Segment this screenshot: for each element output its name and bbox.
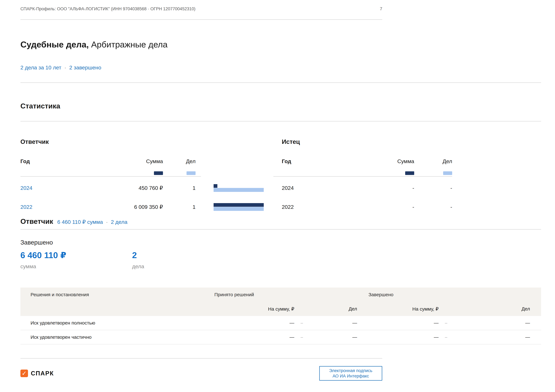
defendant-year-link[interactable]: 2022	[20, 204, 32, 210]
spark-logo-text: СПАРК	[31, 370, 54, 377]
report-page: СПАРК-Профиль: ООО "АЛЬФА-ЛОГИСТИК" (ИНН…	[0, 0, 555, 392]
title-main: Судебные дела,	[20, 40, 89, 49]
completed-cases-label: дела	[132, 263, 555, 270]
plaintiff-col-sum: Сумма	[348, 158, 414, 164]
plaintiff-year: 2024	[282, 185, 348, 191]
plaintiff-row-2024: 2024 - -	[273, 178, 452, 197]
completed-sum-value: —	[357, 320, 438, 326]
group-header-completed: Завершено	[368, 292, 394, 297]
plaintiff-table-divider	[273, 176, 452, 178]
signature-line2: АО ИА Интерфакс	[333, 373, 369, 379]
defendant-heading: Ответчик	[20, 138, 201, 146]
statistics-divider	[20, 121, 541, 121]
sum-bar	[214, 184, 217, 188]
checkmark-icon: ✓	[20, 370, 28, 377]
defendant-table-divider	[20, 176, 201, 178]
cases-legend-swatch-icon	[443, 171, 452, 175]
bar-group-2022	[214, 197, 264, 216]
document-header: СПАРК-Профиль: ООО "АЛЬФА-ЛОГИСТИК" (ИНН…	[20, 6, 382, 12]
defendant-col-cases: Дел	[163, 158, 201, 164]
sum-bar	[214, 203, 264, 207]
defendant-cases-link[interactable]: 2 дела	[111, 219, 128, 225]
completed-sum-value: —	[357, 335, 438, 340]
plaintiff-cases-value: -	[414, 204, 452, 210]
finished-count-link[interactable]: 2 завершено	[69, 64, 101, 71]
col-accepted-cases: Дел	[313, 306, 357, 312]
decision-label: Иск удовлетворен полностью	[20, 320, 210, 326]
cases-bar	[214, 207, 264, 211]
completed-cases-value: 2	[132, 250, 555, 260]
plaintiff-heading: Истец	[273, 138, 452, 146]
defendant-sum-value: 6 009 350 ₽	[96, 204, 163, 210]
decisions-table-row: Иск удовлетворен полностью — – — — – —	[20, 316, 541, 330]
completed-sum-value: 6 460 110 ₽	[20, 250, 132, 260]
accepted-sum-note: –	[294, 321, 313, 325]
page-number: 7	[380, 6, 382, 12]
defendant-year-link[interactable]: 2024	[20, 185, 32, 191]
defendant-sum-link[interactable]: 6 460 110 ₽ сумма	[57, 219, 103, 225]
col-accepted-sum: На сумму, ₽	[210, 306, 294, 312]
header-divider	[20, 19, 382, 20]
group-header-accepted: Принято решений	[214, 292, 254, 297]
title-sub: Арбитражные дела	[89, 40, 168, 49]
completed-sum-note: –	[438, 321, 458, 325]
defendant-col-year: Год	[20, 158, 96, 164]
sum-legend-swatch-icon	[405, 171, 414, 175]
cases-legend-swatch-icon	[187, 171, 196, 175]
accepted-sum-value: —	[210, 335, 294, 340]
defendant-summary: Ответчик 6 460 110 ₽ сумма · 2 дела	[20, 217, 555, 226]
sum-legend-swatch-icon	[154, 171, 163, 175]
defendant-row-2022: 2022 6 009 350 ₽ 1	[20, 197, 201, 216]
signature-line1: Электронная подпись	[329, 368, 372, 373]
decision-label: Иск удовлетворен частично	[20, 335, 210, 340]
decisions-table-header: Решения и постановления Принято решений …	[20, 287, 541, 316]
defendant-row-2024: 2024 450 760 ₽ 1	[20, 178, 201, 197]
case-summary-links: 2 дела за 10 лет · 2 завершено	[20, 64, 555, 71]
separator-dot: ·	[63, 64, 68, 71]
defendant-col-sum: Сумма	[96, 158, 163, 164]
group-header-decisions: Решения и постановления	[30, 292, 89, 297]
accepted-sum-value: —	[210, 320, 294, 326]
plaintiff-year: 2022	[282, 204, 348, 210]
defendant-sum-value: 450 760 ₽	[96, 185, 163, 191]
plaintiff-col-cases: Дел	[414, 158, 452, 164]
statistics-heading: Статистика	[20, 102, 555, 110]
col-completed-sum: На сумму, ₽	[357, 306, 438, 312]
plaintiff-sum-value: -	[348, 204, 414, 210]
completed-sum-label: сумма	[20, 263, 132, 270]
plaintiff-row-2022: 2022 - -	[273, 197, 452, 216]
completed-values: 6 460 110 ₽ 2	[20, 250, 555, 260]
completed-labels: сумма дела	[20, 263, 555, 270]
defendant-cases-value: 1	[163, 204, 201, 210]
accepted-sum-note: –	[294, 335, 313, 340]
statistics-block: Ответчик Истец Год Сумма Дел Год Сумма Д…	[20, 138, 555, 216]
page-title: Судебные дела, Арбитражные дела	[20, 39, 555, 50]
spark-logo: ✓ СПАРК	[20, 370, 54, 377]
completed-cases-value: —	[458, 320, 530, 326]
completed-cases-value: —	[458, 335, 530, 340]
bar-group-2024	[214, 178, 264, 197]
decisions-table: Решения и постановления Принято решений …	[20, 287, 541, 344]
summary-divider	[20, 229, 541, 229]
defendant-summary-heading: Ответчик	[20, 217, 53, 226]
completed-heading: Завершено	[20, 239, 555, 246]
col-completed-cases: Дел	[458, 306, 530, 312]
profile-title: СПАРК-Профиль: ООО "АЛЬФА-ЛОГИСТИК" (ИНН…	[20, 6, 195, 12]
section-divider	[20, 83, 541, 83]
cases-count-link[interactable]: 2 дела за 10 лет	[20, 64, 61, 71]
footer: ✓ СПАРК Электронная подпись АО ИА Интерф…	[20, 366, 382, 381]
footer-divider	[20, 358, 382, 358]
separator-dot: ·	[104, 219, 109, 225]
electronic-signature-stamp: Электронная подпись АО ИА Интерфакс	[319, 366, 382, 381]
accepted-cases-value: —	[313, 320, 357, 326]
plaintiff-col-year: Год	[282, 158, 348, 164]
decisions-table-row: Иск удовлетворен частично — – — — – —	[20, 330, 541, 344]
completed-sum-note: –	[438, 335, 458, 340]
plaintiff-cases-value: -	[414, 185, 452, 191]
accepted-cases-value: —	[313, 335, 357, 340]
cases-bar	[214, 188, 264, 192]
plaintiff-sum-value: -	[348, 185, 414, 191]
defendant-cases-value: 1	[163, 185, 201, 191]
